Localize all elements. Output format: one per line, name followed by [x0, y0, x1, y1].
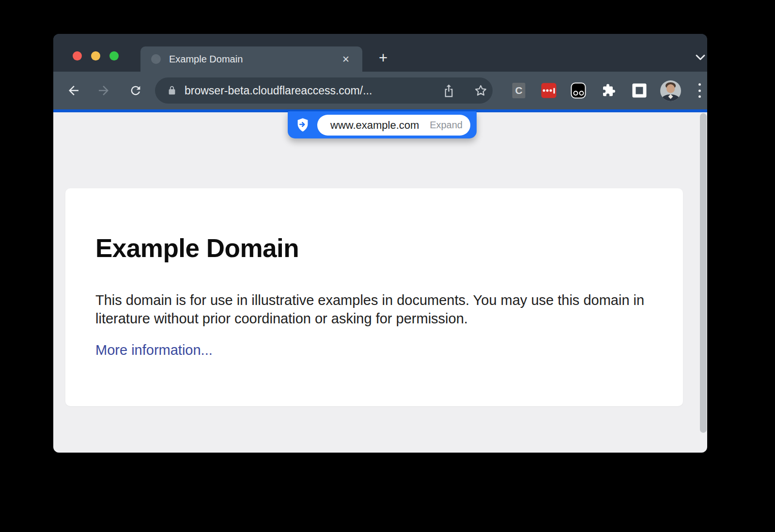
forward-button[interactable]: [93, 80, 114, 101]
extensions-puzzle-icon[interactable]: [601, 83, 616, 98]
tab-title: Example Domain: [169, 54, 339, 65]
expand-button[interactable]: Expand: [430, 120, 463, 131]
url-bar[interactable]: browser-beta.cloudflareaccess.com/...: [155, 77, 493, 104]
bookmark-star-icon[interactable]: [474, 84, 488, 98]
share-icon[interactable]: [442, 84, 455, 98]
chrome-menu-icon[interactable]: [695, 83, 704, 98]
profile-avatar[interactable]: [660, 80, 681, 101]
page-paragraph: This domain is for use in illustrative e…: [95, 291, 655, 328]
minimize-window-button[interactable]: [91, 51, 100, 61]
frame-extension-icon[interactable]: [633, 84, 647, 98]
globe-favicon-icon: [150, 53, 162, 65]
vertical-scrollbar[interactable]: [700, 113, 707, 433]
page-viewport: www.example.com Expand Example Domain Th…: [53, 112, 707, 453]
more-information-link[interactable]: More information...: [95, 342, 213, 358]
page-title: Example Domain: [95, 233, 299, 264]
isolation-banner: www.example.com Expand: [288, 111, 477, 138]
tab-example-domain[interactable]: Example Domain ✕: [140, 46, 362, 72]
avatar-face: [666, 84, 675, 93]
isolation-shield-icon: [296, 118, 310, 132]
toolbar: browser-beta.cloudflareaccess.com/... C: [53, 72, 707, 109]
new-tab-button[interactable]: +: [374, 49, 392, 68]
back-button[interactable]: [63, 80, 84, 101]
lock-icon: [167, 85, 177, 96]
zoom-window-button[interactable]: [109, 51, 119, 61]
browser-window: Example Domain ✕ + browser-beta.cloudfla…: [53, 34, 707, 453]
isolated-hostname: www.example.com: [330, 119, 419, 132]
traffic-lights: [73, 51, 119, 61]
close-window-button[interactable]: [73, 51, 82, 61]
isolation-host-pill[interactable]: www.example.com Expand: [317, 115, 470, 136]
tab-search-chevron-icon[interactable]: [695, 54, 706, 61]
tab-strip: Example Domain ✕ +: [53, 34, 707, 72]
reload-button[interactable]: [125, 80, 146, 101]
example-domain-card: Example Domain This domain is for use in…: [65, 188, 683, 406]
extension-c-icon[interactable]: C: [512, 83, 526, 98]
tab-close-button[interactable]: ✕: [339, 52, 353, 66]
lastpass-extension-icon[interactable]: [542, 83, 557, 98]
glasses-extension-icon[interactable]: [571, 83, 586, 99]
